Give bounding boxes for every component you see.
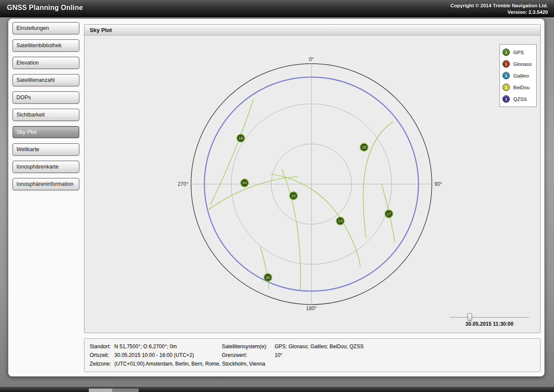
gps-satellite-icon: 1 [502, 49, 510, 56]
content-panel: Sky Plot 182824151317200°90°180°270° 1GP… [84, 24, 541, 333]
azimuth-label-n: 0° [309, 56, 314, 62]
status-value: 30.05.2015 10:00 - 16:00 (UTC+2) [114, 352, 194, 358]
status-value: N 51,7500°; O 6,2700°; 0m [114, 343, 177, 350]
sidebar-item-sky-plot[interactable]: Sky Plot [13, 126, 79, 138]
qzss-satellite-icon: 1 [502, 95, 510, 103]
page-footer-strip [0, 387, 554, 392]
main-panel: EinstellungenSatellitenbibliothekElevati… [8, 18, 545, 377]
time-slider-handle[interactable] [467, 313, 472, 321]
satellite-marker-24[interactable]: 24 [241, 179, 249, 187]
sidebar-item-ionosphaerenkarte[interactable]: Ionosphärenkarte [13, 161, 79, 173]
azimuth-label-e: 90° [434, 181, 442, 187]
status-row: Grenzwert:10° [222, 351, 363, 360]
beidou-satellite-icon: 1 [502, 84, 510, 91]
satellite-track [282, 170, 301, 289]
satellite-track [209, 177, 298, 210]
panel-title-bar: Sky Plot [84, 25, 540, 36]
azimuth-label-s: 180° [306, 305, 317, 311]
azimuth-label-w: 270° [178, 181, 188, 187]
sidebar-item-dops[interactable]: DOPs [13, 91, 79, 104]
status-label: Zeitzone: [90, 361, 114, 367]
skyplot-legend: 1GPS1Glonass1Galileo1BeiDou1QZSS [499, 44, 537, 107]
sidebar-item-elevation[interactable]: Elevation [13, 57, 79, 69]
copyright-text: Copyright © 2014 Trimble Navigation Ltd. [450, 3, 548, 9]
status-row: Zeitzone:(UTC+01:00) Amsterdam, Berlin, … [90, 360, 265, 368]
sidebar-item-satellitenbibliothek[interactable]: Satellitenbibliothek [13, 39, 79, 52]
sidebar-item-satellitenanzahl[interactable]: Satellitenanzahl [13, 74, 79, 86]
satellite-prn-label: 24 [243, 181, 247, 185]
satellite-marker-28[interactable]: 28 [360, 143, 368, 151]
satellite-prn-label: 15 [292, 194, 296, 198]
status-label: Grenzwert: [222, 352, 275, 358]
app-window: GNSS Planning Online Copyright © 2014 Tr… [0, 0, 554, 392]
satellite-prn-label: 28 [362, 145, 366, 149]
footer-fragment-light [89, 389, 112, 392]
status-right: Satellitensystem(e):GPS; Glonass; Galile… [222, 342, 363, 360]
satellite-marker-18[interactable]: 18 [237, 134, 245, 142]
version-text: Version: 2.3.5420 [450, 9, 548, 16]
app-header: GNSS Planning Online Copyright © 2014 Tr… [0, 0, 554, 17]
satellite-prn-label: 20 [266, 275, 270, 280]
glonass-satellite-icon: 1 [502, 60, 510, 68]
legend-item-beidou: 1BeiDou [500, 81, 536, 93]
satellite-prn-label: 18 [239, 136, 243, 140]
sidebar-item-einstellungen[interactable]: Einstellungen [13, 22, 79, 34]
status-label: Standort: [90, 343, 114, 350]
legend-item-galileo: 1Galileo [500, 70, 536, 81]
satellite-track [271, 174, 360, 266]
skyplot: 182824151317200°90°180°270° [84, 36, 540, 333]
satellite-prn-label: 13 [338, 219, 343, 223]
sidebar-item-weltkarte[interactable]: Weltkarte [13, 143, 79, 156]
footer-fragment-mid [112, 389, 139, 392]
status-value: (UTC+01:00) Amsterdam, Berlin, Bern, Rom… [114, 361, 265, 367]
status-label: Ortszeit: [90, 352, 114, 358]
app-header-meta: Copyright © 2014 Trimble Navigation Ltd.… [450, 3, 548, 16]
legend-label: QZSS [513, 97, 527, 102]
status-value: GPS; Glonass; Galileo; BeiDou; QZSS [275, 343, 363, 350]
legend-label: BeiDou [513, 85, 530, 90]
legend-item-gps: 1GPS [500, 46, 536, 58]
sidebar-item-sichtbarkeit[interactable]: Sichtbarkeit [13, 109, 79, 121]
status-panel: Standort:N 51,7500°; O 6,2700°; 0mOrtsze… [84, 338, 541, 372]
legend-item-glonass: 1Glonass [500, 58, 536, 70]
app-title: GNSS Planning Online [7, 4, 83, 12]
satellite-marker-17[interactable]: 17 [385, 210, 393, 218]
satellite-marker-13[interactable]: 13 [337, 217, 344, 225]
legend-label: Galileo [513, 73, 529, 78]
time-slider-track[interactable] [450, 317, 529, 317]
satellite-marker-15[interactable]: 15 [290, 192, 298, 200]
legend-item-qzss: 1QZSS [500, 93, 536, 105]
satellite-marker-20[interactable]: 20 [264, 274, 272, 282]
galileo-satellite-icon: 1 [502, 72, 510, 79]
satellite-track [260, 247, 269, 289]
panel-title: Sky Plot [90, 27, 112, 33]
time-label: 30.05.2015 11:30:00 [450, 321, 529, 327]
legend-label: Glonass [513, 62, 531, 67]
skyplot-area: 182824151317200°90°180°270° 1GPS1Glonass… [84, 36, 540, 333]
sidebar: EinstellungenSatellitenbibliothekElevati… [13, 22, 81, 195]
status-label: Satellitensystem(e): [222, 343, 275, 350]
legend-label: GPS [513, 50, 524, 55]
status-value: 10° [275, 352, 282, 358]
status-row: Satellitensystem(e):GPS; Glonass; Galile… [222, 342, 363, 351]
satellite-prn-label: 17 [387, 212, 391, 216]
sidebar-item-ionosphaereninformation[interactable]: Ionosphäreninformation [13, 178, 79, 190]
